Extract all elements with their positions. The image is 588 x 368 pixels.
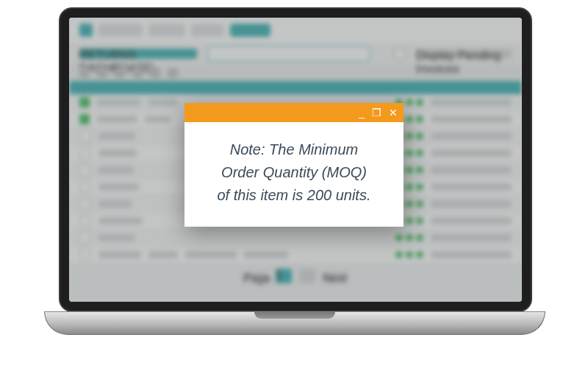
minimize-icon[interactable]: _ [359, 107, 365, 118]
dialog-body: Note: The Minimum Order Quantity (MOQ) o… [184, 122, 404, 207]
trackpad-notch [254, 312, 335, 319]
close-icon[interactable]: ✕ [389, 107, 398, 118]
dialog-titlebar[interactable]: _ ❐ ✕ [184, 103, 404, 122]
moq-note-dialog: _ ❐ ✕ Note: The Minimum Order Quantity (… [184, 103, 404, 227]
dialog-text-line: of this item is 200 units. [205, 184, 383, 207]
dialog-text-line: Note: The Minimum [205, 138, 383, 161]
dialog-text-line: Order Quantity (MOQ) [205, 161, 383, 184]
laptop-base [44, 311, 545, 335]
maximize-icon[interactable]: ❐ [372, 107, 381, 118]
